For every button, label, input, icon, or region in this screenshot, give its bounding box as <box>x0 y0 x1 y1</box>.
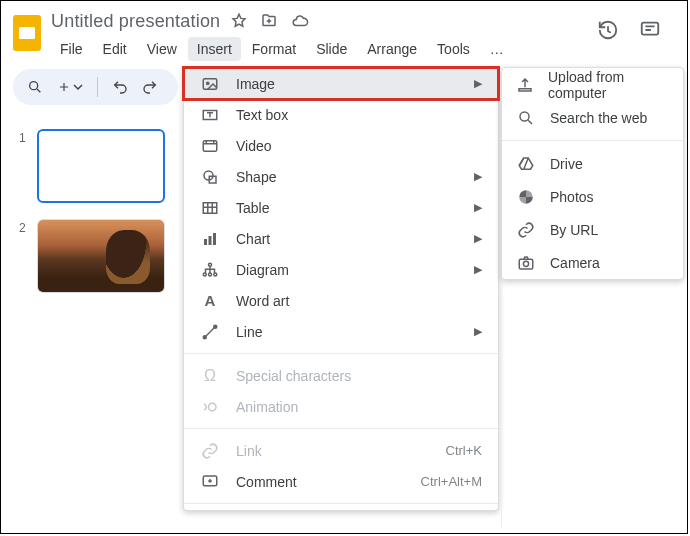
menu-item-chart[interactable]: Chart▶ <box>184 223 498 254</box>
menu-item-comment[interactable]: CommentCtrl+Alt+M <box>184 466 498 497</box>
menu-item-line[interactable]: Line▶ <box>184 316 498 347</box>
menu-…[interactable]: … <box>481 37 513 61</box>
menu-item-label: Text box <box>236 107 288 123</box>
menu-item-textbox[interactable]: Text box <box>184 99 498 130</box>
submenu-item-label: Drive <box>550 156 583 172</box>
submenu-item-label: Photos <box>550 189 594 205</box>
undo-button[interactable] <box>112 79 128 95</box>
menu-view[interactable]: View <box>138 37 186 61</box>
menu-separator <box>184 353 498 354</box>
comment-header-icon[interactable] <box>639 19 661 41</box>
svg-point-17 <box>214 273 217 276</box>
svg-rect-7 <box>203 140 217 151</box>
search-icon <box>516 109 536 127</box>
menu-item-diagram[interactable]: Diagram▶ <box>184 254 498 285</box>
menu-separator <box>184 503 498 504</box>
svg-point-22 <box>520 112 529 121</box>
insert-menu: Image▶Text boxVideoShape▶Table▶Chart▶Dia… <box>183 67 499 511</box>
submenu-arrow-icon: ▶ <box>474 201 482 214</box>
menu-item-video[interactable]: Video <box>184 130 498 161</box>
menu-item-shape[interactable]: Shape▶ <box>184 161 498 192</box>
submenu-item-camera[interactable]: Camera <box>502 246 683 279</box>
menu-file[interactable]: File <box>51 37 92 61</box>
menu-item-label: Chart <box>236 231 270 247</box>
menu-item-link: LinkCtrl+K <box>184 435 498 466</box>
submenu-item-photos[interactable]: Photos <box>502 180 683 213</box>
svg-point-24 <box>523 261 528 266</box>
link-icon <box>200 442 220 460</box>
shortcut-label: Ctrl+Alt+M <box>421 474 482 489</box>
line-icon <box>200 323 220 341</box>
svg-point-16 <box>209 273 212 276</box>
menu-item-wordart[interactable]: AWord art <box>184 285 498 316</box>
history-icon[interactable] <box>597 19 619 41</box>
submenu-item-label: By URL <box>550 222 598 238</box>
submenu-item-drive[interactable]: Drive <box>502 147 683 180</box>
submenu-arrow-icon: ▶ <box>474 263 482 276</box>
toolbar <box>13 69 178 105</box>
menu-slide[interactable]: Slide <box>307 37 356 61</box>
menu-item-label: Image <box>236 76 275 92</box>
menu-item-label: Table <box>236 200 269 216</box>
thumb-number: 1 <box>19 129 29 203</box>
menu-item-image[interactable]: Image▶ <box>184 68 498 99</box>
thumbnail-1[interactable]: 1 <box>19 129 181 203</box>
svg-point-19 <box>214 325 217 328</box>
menu-item-label: Line <box>236 324 262 340</box>
svg-rect-11 <box>204 239 207 245</box>
thumbnail-2[interactable]: 2 <box>19 219 181 293</box>
submenu-arrow-icon: ▶ <box>474 325 482 338</box>
menu-separator <box>184 428 498 429</box>
diagram-icon <box>200 261 220 279</box>
comment-icon <box>200 473 220 491</box>
redo-button[interactable] <box>142 79 158 95</box>
star-icon[interactable] <box>230 12 248 30</box>
drive-icon <box>516 155 536 173</box>
chart-icon <box>200 230 220 248</box>
svg-point-14 <box>209 263 212 266</box>
submenu-arrow-icon: ▶ <box>474 77 482 90</box>
video-icon <box>200 137 220 155</box>
menu-tools[interactable]: Tools <box>428 37 479 61</box>
menu-format[interactable]: Format <box>243 37 305 61</box>
image-icon <box>200 75 220 93</box>
submenu-item-upload[interactable]: Upload from computer <box>502 68 683 101</box>
submenu-item-label: Upload from computer <box>548 69 669 101</box>
menu-insert[interactable]: Insert <box>188 37 241 61</box>
svg-rect-1 <box>19 27 35 39</box>
submenu-item-label: Search the web <box>550 110 647 126</box>
url-icon <box>516 221 536 239</box>
move-icon[interactable] <box>260 12 278 30</box>
submenu-item-byurl[interactable]: By URL <box>502 213 683 246</box>
thumb-number: 2 <box>19 219 29 293</box>
photos-icon <box>516 188 536 206</box>
menubar: FileEditViewInsertFormatSlideArrangeTool… <box>51 33 513 61</box>
submenu-item-search[interactable]: Search the web <box>502 101 683 134</box>
menu-item-special: ΩSpecial characters <box>184 360 498 391</box>
sidebar-placeholder <box>501 291 684 527</box>
menu-item-label: Diagram <box>236 262 289 278</box>
doc-title[interactable]: Untitled presentation <box>51 11 220 32</box>
menu-item-label: Link <box>236 443 262 459</box>
search-icon[interactable] <box>27 79 43 95</box>
svg-rect-12 <box>209 236 212 245</box>
image-submenu: Upload from computerSearch the webDriveP… <box>501 67 684 280</box>
submenu-arrow-icon: ▶ <box>474 232 482 245</box>
menu-item-label: Animation <box>236 399 298 415</box>
menu-item-table[interactable]: Table▶ <box>184 192 498 223</box>
svg-point-3 <box>30 82 38 90</box>
menu-arrange[interactable]: Arrange <box>358 37 426 61</box>
new-slide-button[interactable] <box>57 80 83 94</box>
cloud-icon[interactable] <box>290 12 310 30</box>
textbox-icon <box>200 106 220 124</box>
menu-edit[interactable]: Edit <box>94 37 136 61</box>
table-icon <box>200 199 220 217</box>
svg-rect-13 <box>213 233 216 245</box>
menu-separator <box>502 140 683 141</box>
menu-item-label: Comment <box>236 474 297 490</box>
svg-point-18 <box>203 335 206 338</box>
menu-item-label: Word art <box>236 293 289 309</box>
submenu-item-label: Camera <box>550 255 600 271</box>
shape-icon <box>200 168 220 186</box>
slides-logo <box>9 9 45 57</box>
